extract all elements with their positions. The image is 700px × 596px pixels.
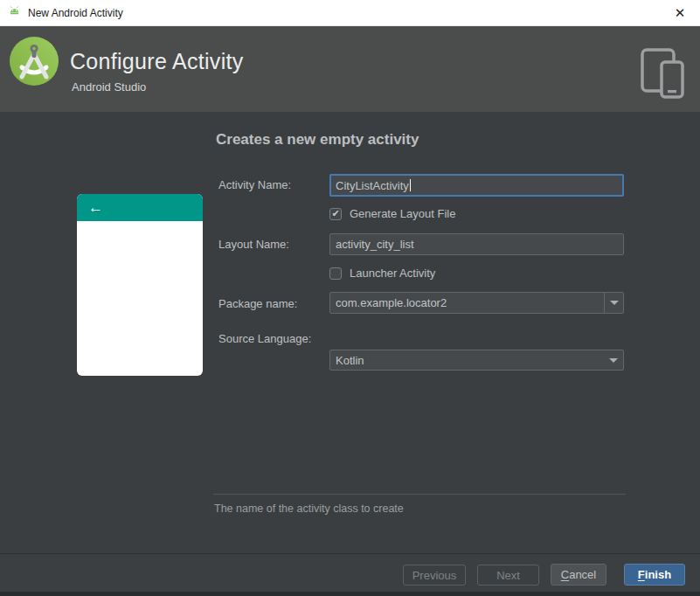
- wizard-header: Configure Activity Android Studio: [0, 26, 700, 112]
- generate-layout-row: ✔ Generate Layout File: [329, 207, 455, 220]
- preview-appbar: ←: [77, 194, 203, 221]
- source-language-label: Source Language:: [218, 332, 311, 345]
- footer-button-bar: Previous Next Cancel Finish: [0, 554, 700, 592]
- layout-name-input[interactable]: activity_city_list: [329, 233, 624, 255]
- finish-button[interactable]: Finish: [624, 564, 685, 586]
- layout-name-value: activity_city_list: [336, 238, 414, 251]
- wizard-body: Creates a new empty activity ← Activity …: [0, 112, 700, 553]
- chevron-down-icon: [610, 301, 619, 305]
- android-studio-logo-icon: [10, 37, 59, 86]
- wizard-title: Configure Activity: [70, 49, 244, 74]
- launcher-activity-label: Launcher Activity: [350, 267, 435, 280]
- generate-layout-label: Generate Layout File: [350, 207, 455, 220]
- android-robot-icon: [7, 5, 22, 20]
- chevron-down-icon: [609, 358, 618, 363]
- tablet-phone-icon: [637, 47, 688, 103]
- generate-layout-checkbox[interactable]: ✔: [329, 208, 342, 220]
- step-heading: Creates a new empty activity: [216, 131, 419, 149]
- package-dropdown-button[interactable]: [604, 293, 623, 313]
- language-dropdown-button[interactable]: [604, 350, 623, 370]
- next-button[interactable]: Next: [477, 565, 539, 586]
- close-icon[interactable]: ✕: [660, 0, 700, 25]
- text-caret: [410, 179, 411, 191]
- field-hint-text: The name of the activity class to create: [214, 502, 404, 515]
- previous-button[interactable]: Previous: [403, 565, 466, 586]
- window-bottom-edge: [0, 592, 700, 596]
- launcher-activity-checkbox[interactable]: ✔: [329, 267, 342, 280]
- window-title: New Android Activity: [28, 7, 123, 19]
- package-name-value: com.example.locator2: [336, 296, 447, 309]
- activity-name-input[interactable]: CityListActivity: [329, 174, 624, 197]
- checkmark-icon: ✔: [331, 209, 339, 218]
- source-language-dropdown[interactable]: Kotlin: [329, 350, 624, 371]
- package-name-label: Package name:: [218, 297, 297, 310]
- package-name-combobox[interactable]: com.example.locator2: [329, 292, 624, 314]
- activity-preview-thumbnail: ←: [77, 194, 203, 376]
- source-language-value: Kotlin: [336, 354, 364, 367]
- launcher-activity-row: ✔ Launcher Activity: [329, 267, 435, 280]
- hint-divider: [213, 494, 626, 495]
- activity-name-label: Activity Name:: [218, 178, 291, 191]
- activity-name-value: CityListActivity: [336, 179, 409, 192]
- new-android-activity-dialog: New Android Activity ✕ Config: [0, 0, 700, 596]
- wizard-subtitle: Android Studio: [72, 80, 146, 94]
- back-arrow-icon: ←: [88, 200, 103, 215]
- titlebar: New Android Activity ✕: [0, 0, 700, 26]
- layout-name-label: Layout Name:: [218, 238, 289, 251]
- cancel-button[interactable]: Cancel: [551, 564, 606, 586]
